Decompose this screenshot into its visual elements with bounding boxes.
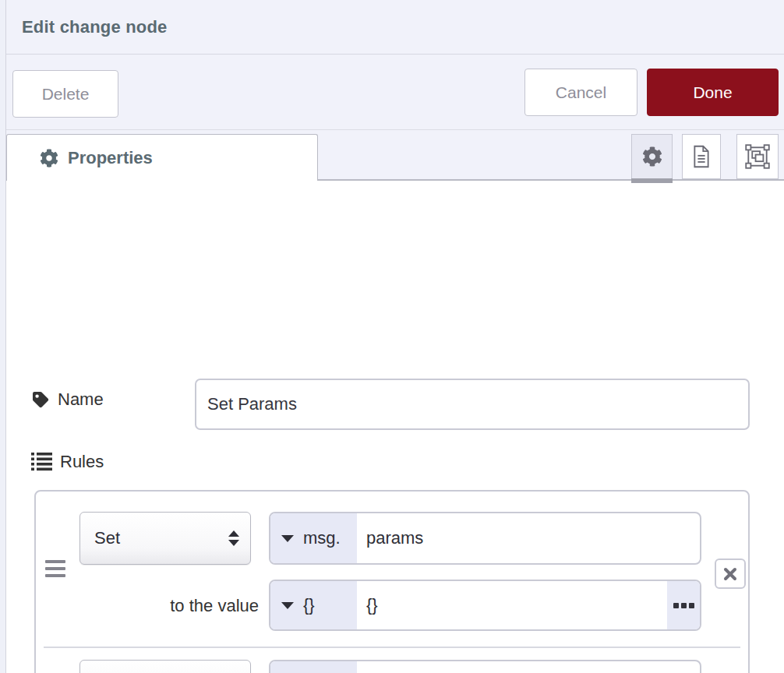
tray-edge [0, 0, 6, 673]
tab-properties[interactable]: Properties [6, 134, 318, 181]
object-group-icon-button[interactable] [736, 134, 779, 179]
rules-list: Set msg. params to the value {} [34, 490, 750, 673]
dialog-title: Edit change node [22, 17, 168, 37]
dialog-header: Edit change node [6, 0, 784, 55]
name-field-label: Name [31, 389, 104, 410]
properties-tab-button[interactable] [631, 134, 673, 179]
rule-divider [44, 647, 740, 648]
delete-button[interactable]: Delete [12, 70, 118, 118]
remove-rule-button[interactable] [715, 558, 746, 589]
drag-handle-icon[interactable] [45, 560, 65, 577]
rule-property-input[interactable]: msg. params.$record_id [269, 660, 701, 673]
ellipsis-icon [673, 603, 679, 608]
name-input[interactable] [195, 379, 750, 430]
rule-action-select[interactable]: Set [79, 512, 251, 565]
object-group-icon [745, 144, 770, 169]
properties-panel: Name Rules Set [6, 181, 784, 673]
tab-properties-label: Properties [68, 148, 153, 168]
document-icon [690, 145, 712, 168]
tab-bar: Properties [6, 131, 784, 181]
expand-editor-button[interactable] [667, 581, 700, 629]
close-icon [723, 567, 737, 581]
property-type-selector[interactable]: msg. [270, 513, 357, 563]
property-type-selector[interactable]: msg. [270, 661, 357, 673]
rule-property-input[interactable]: msg. params [269, 512, 701, 565]
chevron-down-icon [281, 602, 294, 609]
dialog-toolbar: Delete Cancel Done [6, 55, 784, 130]
gear-icon [642, 146, 662, 167]
value-type-selector[interactable]: {} [270, 581, 357, 629]
select-arrows-icon [228, 530, 239, 546]
done-button[interactable]: Done [647, 69, 779, 116]
chevron-down-icon [281, 535, 294, 542]
tag-icon [31, 390, 50, 409]
cancel-button[interactable]: Cancel [524, 69, 637, 116]
rule-value-input[interactable]: {} {} [269, 580, 701, 631]
description-tab-button[interactable] [682, 134, 721, 179]
rule-action-select[interactable]: Set [79, 660, 251, 673]
to-the-value-label: to the value [79, 596, 259, 616]
list-icon [31, 452, 52, 472]
rules-section-label: Rules [31, 452, 104, 472]
gear-icon [40, 149, 58, 167]
